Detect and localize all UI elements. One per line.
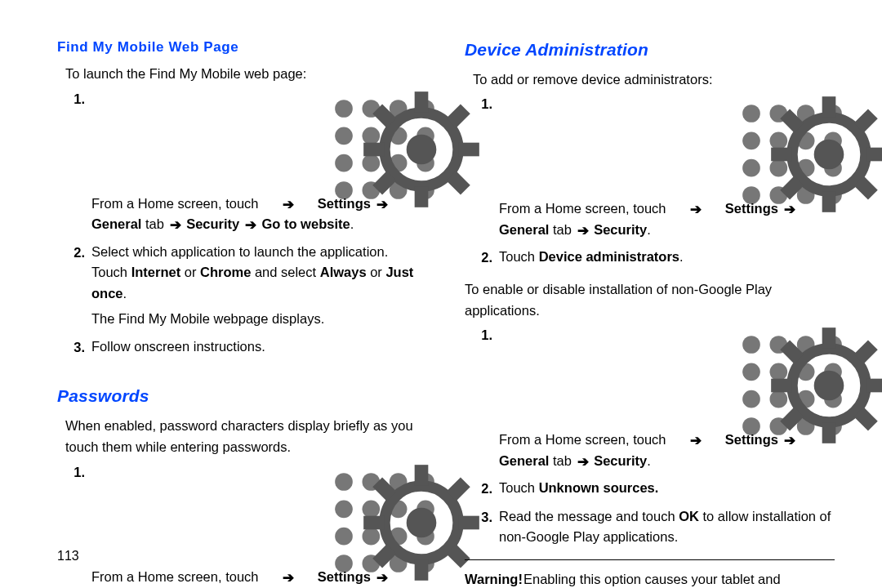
- apps-icon: [670, 93, 684, 108]
- apps-icon: [262, 461, 277, 476]
- step-number: 2.: [473, 247, 499, 268]
- step-text: From a Home screen, touch ➔ Settings ➔ G…: [91, 88, 427, 235]
- step-text: Follow onscreen instructions.: [91, 336, 427, 358]
- step-text: From a Home screen, touch ➔ Settings ➔ G…: [499, 93, 835, 240]
- step-number: 2.: [65, 242, 91, 263]
- step-number: 3.: [65, 336, 91, 358]
- heading-passwords: Passwords: [57, 382, 427, 410]
- steps-unknown-sources: 1. From a Home screen, touch ➔ Settings …: [473, 323, 835, 553]
- warning-box: Warning! Enabling this option causes you…: [465, 559, 835, 588]
- gear-icon: [706, 324, 721, 339]
- gear-icon: [299, 461, 314, 476]
- arrow-icon: ➔: [281, 194, 296, 216]
- left-column: Find My Mobile Web Page To launch the Fi…: [57, 36, 427, 588]
- warning-label: Warning!: [465, 568, 523, 588]
- passwords-intro: When enabled, password characters displa…: [65, 415, 427, 458]
- steps-find-mobile: 1. From a Home screen, touch ➔ Settings …: [65, 87, 427, 363]
- step-text: Touch Unknown sources.: [499, 478, 835, 499]
- steps-device-admin: 1. From a Home screen, touch ➔ Settings …: [473, 91, 835, 274]
- step-text: From a Home screen, touch ➔ Settings ➔ G…: [91, 461, 427, 588]
- mid-text: To enable or disable installation of non…: [465, 278, 835, 322]
- page-number: 113: [57, 549, 79, 564]
- intro-text: To launch the Find My Mobile web page:: [65, 63, 427, 84]
- step-text: Read the message and touch OK to allow i…: [499, 506, 835, 548]
- heading-device-admin: Device Administration: [465, 36, 835, 64]
- apps-icon: [262, 88, 277, 103]
- step-number: 2.: [473, 478, 499, 499]
- step-number: 1.: [65, 88, 91, 109]
- gear-icon: [706, 93, 721, 108]
- step-number: 1.: [473, 93, 499, 114]
- step-text: Select which application to launch the a…: [91, 242, 427, 330]
- apps-icon: [670, 324, 684, 339]
- steps-passwords: 1. From a Home screen, touch ➔ Settings …: [65, 460, 427, 588]
- step-number: 1.: [473, 324, 499, 345]
- step-number: 3.: [473, 506, 499, 528]
- step-number: 1.: [65, 461, 91, 483]
- step-text: Touch Device administrators.: [499, 247, 835, 268]
- step-text: From a Home screen, touch ➔ Settings ➔ G…: [499, 324, 835, 471]
- right-column: Device Administration To add or remove d…: [465, 36, 835, 588]
- gear-icon: [299, 88, 314, 103]
- heading-find-my-mobile: Find My Mobile Web Page: [57, 36, 427, 58]
- intro-text: To add or remove device administrators:: [473, 69, 835, 90]
